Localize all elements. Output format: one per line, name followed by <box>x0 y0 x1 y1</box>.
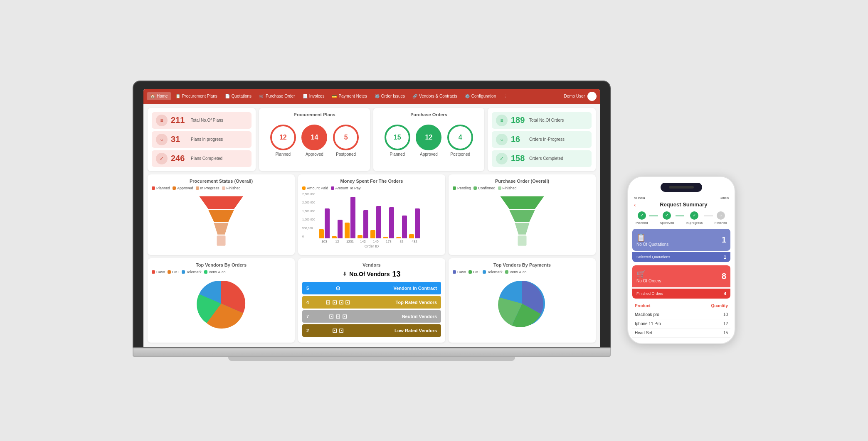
svg-marker-5 <box>501 196 544 209</box>
legend-inprogress: In Progress <box>196 186 219 190</box>
progress-steps: ✓ Planned ✓ Approved ✓ In-progress ○ Fin… <box>632 211 730 229</box>
quotation-sub: Selected Quotations 1 <box>632 252 730 262</box>
step-approved: ✓ Approved <box>660 211 674 225</box>
nav-home[interactable]: 🏠 Home <box>147 92 171 100</box>
bar-145-topay <box>376 206 381 238</box>
procurement-circles-title: Procurement Plans <box>263 112 366 117</box>
nav-quotations[interactable]: 📄 Quotations <box>222 92 255 100</box>
quantity-col-header: Quantity <box>711 304 728 308</box>
procurement-funnel <box>152 193 291 251</box>
neutral-icons: ⊡ ⊡ ⊡ <box>318 313 358 320</box>
legend-approved: Approved <box>173 186 193 190</box>
po-approved-label: Approved <box>416 152 441 157</box>
quotation-card-left: 📋 No Of Quotations <box>636 233 668 247</box>
vendors-payments-pie <box>453 277 592 331</box>
step-inprogress-circle: ✓ <box>690 211 698 220</box>
money-spent-card: Money Spent For The Orders Amount Paid A… <box>298 174 445 255</box>
quotation-label: No Of Quotations <box>636 242 668 247</box>
top-vendors-orders-card: Top Vendors By Orders Caso CAT Telemark <box>148 258 295 343</box>
po-postponed-circle: 4 <box>447 125 473 150</box>
product-name-1: Iphone 11 Pro <box>635 321 661 326</box>
total-orders-row: ≡ 189 Total No.Of Orders <box>492 112 592 129</box>
vendors-count-label: No.Of Vendors <box>349 271 390 277</box>
bottom-section: Top Vendors By Orders Caso CAT Telemark <box>148 258 596 343</box>
purchase-circles-title: Purchase Orders <box>377 112 480 117</box>
legend-confirmed: Confirmed <box>473 186 496 190</box>
bar-173-paid <box>383 237 388 238</box>
legend-pending: Pending <box>453 186 471 190</box>
top-rated-vendors-row: 4 ⊡ ⊡ ⊡ ⊡ Top Rated Vendors <box>302 296 441 309</box>
inprogress-orders-number: 16 <box>511 135 526 144</box>
top-vendors-payments-title: Top Vendors By Payments <box>453 262 592 267</box>
neutral-num: 7 <box>306 314 318 319</box>
bar-145-paid <box>370 230 375 238</box>
nav-more[interactable]: ⋮ <box>500 92 511 100</box>
nav-payment-notes[interactable]: 💳 Payment Notes <box>328 92 370 100</box>
nav-vendors[interactable]: 🔗 Vendors & Contracts <box>409 92 461 100</box>
approved-circle-item: 14 Approved <box>301 125 327 157</box>
po-postponed-label: Postponed <box>447 152 473 157</box>
quotation-number: 1 <box>722 235 726 245</box>
nav-invoices[interactable]: 📃 Invoices <box>299 92 328 100</box>
step-approved-circle: ✓ <box>663 211 671 220</box>
y-axis: 2,500,000 2,000,000 1,500,000 1,000,000 … <box>302 193 315 238</box>
vendors-title: Vendors <box>302 262 441 267</box>
step-finished-circle: ○ <box>717 211 725 220</box>
quotation-card: 📋 No Of Quotations 1 <box>632 229 730 251</box>
bar-32-paid <box>396 237 401 238</box>
x-axis-labels: 103 12 1231 142 145 173 32 432 <box>302 240 441 243</box>
mid-section: Procurement Status (Overall) Planned App… <box>148 174 596 255</box>
approved-circle-label: Approved <box>301 152 327 157</box>
legend-vens: Vens & co <box>204 270 226 274</box>
po-planned-label: Planned <box>385 152 410 157</box>
step-planned-label: Planned <box>636 221 648 225</box>
top-rated-num: 4 <box>306 300 318 305</box>
money-spent-title: Money Spent For The Orders <box>302 179 441 184</box>
quotation-icon: 📋 <box>636 233 668 242</box>
top-rated-label: Top Rated Vendors <box>358 300 437 305</box>
bar-103-topay <box>325 208 330 238</box>
completed-orders-label: Orders Completed <box>529 156 563 161</box>
nav-user: Demo User <box>564 92 597 101</box>
bar-432-topay <box>415 208 420 238</box>
vendors-in-contract-row: 5 ⊙ Vendors In Contract <box>302 282 441 294</box>
svg-marker-7 <box>515 223 530 234</box>
inprogress-plans-number: 31 <box>171 135 187 144</box>
legend-caso-p: Caso <box>453 270 466 274</box>
order-card-left: 🛒 No Of Orders <box>636 270 661 283</box>
inprogress-orders-row: ○ 16 Orders In-Progress <box>492 131 592 148</box>
legend-telemark: Telemark <box>182 270 202 274</box>
step-planned: ✓ Planned <box>636 211 648 225</box>
nav-config[interactable]: ⚙️ Configuration <box>461 92 499 100</box>
nav-order-issues[interactable]: ⚙️ Order Issues <box>371 92 408 100</box>
bar-173-topay <box>389 207 394 238</box>
total-plans-label: Total No.Of Plans <box>191 118 223 122</box>
top-vendors-payments-card: Top Vendors By Payments Caso CAT Telemar… <box>449 258 596 343</box>
phone-title: Request Summary <box>639 201 729 208</box>
nav-purchase-order[interactable]: 🛒 Purchase Order <box>256 92 298 100</box>
bar-1231-topay <box>350 197 355 238</box>
phone-notch <box>661 183 702 192</box>
completed-plans-label: Plans Completed <box>191 156 222 161</box>
purchase-overall-card: Purchase Order (Overall) Pending Confirm… <box>449 174 596 255</box>
legend-finished: Finished <box>222 186 241 190</box>
main-content: ≡ 211 Total No.Of Plans ○ 31 Plans in pr… <box>143 104 600 347</box>
step-line-3 <box>704 216 713 216</box>
nav-procurement[interactable]: 📋 Procurement Plans <box>172 92 221 100</box>
product-table-header: Product Quantity <box>632 302 730 310</box>
completed-plans-row: ✓ 246 Plans Completed <box>152 150 252 167</box>
vendors-orders-pie-svg <box>194 277 248 331</box>
selected-quotations-label: Selected Quotations <box>636 255 670 259</box>
bar-chart-bars <box>302 193 441 238</box>
bar-12-paid <box>332 236 337 238</box>
vendors-payments-legend: Caso CAT Telemark Vens & co <box>453 270 592 274</box>
vendors-count: ⬇ No.Of Vendors 13 <box>302 270 441 279</box>
back-button[interactable]: ‹ <box>634 201 636 208</box>
phone-status-bar: Vi India 100% <box>632 196 730 201</box>
navbar: 🏠 Home 📋 Procurement Plans 📄 Quotations … <box>143 89 600 104</box>
inprogress-plans-row: ○ 31 Plans in progress <box>152 131 252 148</box>
step-approved-label: Approved <box>660 221 674 225</box>
product-col-header: Product <box>635 304 651 308</box>
completed-plans-icon: ✓ <box>156 153 168 164</box>
vendors-payments-pie-svg <box>495 277 549 331</box>
